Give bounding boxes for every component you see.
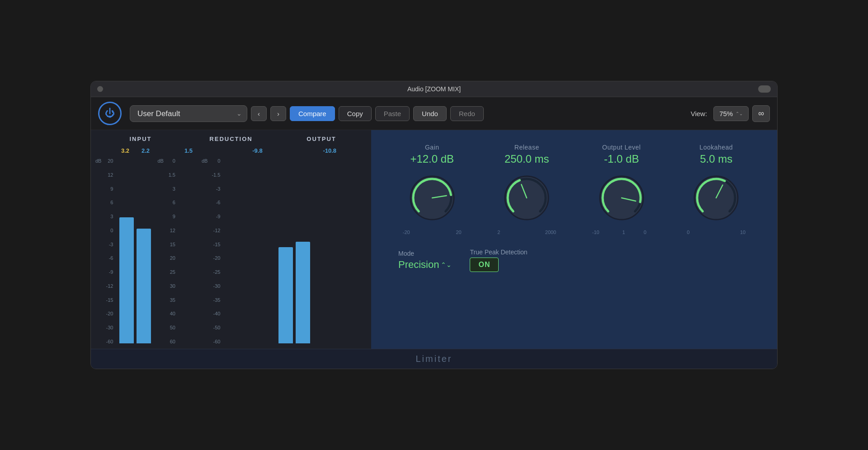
output-level-zero: 0: [644, 230, 646, 235]
release-knob-group: Release 250.0 ms 2 2000: [497, 144, 556, 235]
output-bars-section: -9.8 -10.8: [222, 145, 367, 344]
view-percent-chevron: ⌃⌄: [736, 111, 743, 116]
db-label-output: dB: [202, 158, 208, 164]
gain-max: 20: [456, 230, 462, 235]
input-scale: 20 12 9 6 3 0 -3 -6 -9 -12 -15 -20 -30 -…: [102, 145, 115, 344]
release-label: Release: [514, 144, 539, 151]
lookahead-range: 0 10: [687, 230, 745, 235]
mode-value-row[interactable]: Precision ⌃⌄: [398, 259, 452, 271]
lookahead-max: 10: [740, 230, 745, 235]
mode-label: Mode: [398, 250, 414, 257]
reduction-section: 1.5: [177, 145, 200, 344]
lookahead-label: Lookahead: [699, 144, 733, 151]
window-close-btn[interactable]: [97, 86, 103, 92]
power-button[interactable]: ⏻: [98, 102, 122, 125]
gain-knob[interactable]: [405, 171, 459, 225]
output-level-knob-group: Output Level -1.0 dB -10 1 0: [592, 144, 651, 235]
reduction-label: REDUCTION: [209, 136, 252, 142]
main-content: INPUT REDUCTION OUTPUT dB 20 12: [91, 130, 777, 349]
gain-min: -20: [403, 230, 410, 235]
undo-button[interactable]: Undo: [413, 106, 447, 121]
gain-label: Gain: [425, 144, 439, 151]
plugin-window: Audio [ZOOM MIX] ⏻ User Default ⌄ ‹ › Co…: [90, 81, 778, 369]
output-level-value: -1.0 dB: [604, 153, 639, 165]
input-bar-left: [119, 217, 134, 343]
link-icon: ∞: [758, 109, 764, 118]
redo-button[interactable]: Redo: [450, 106, 484, 121]
output-top-values: -9.8 -10.8: [222, 147, 367, 154]
knobs-row: Gain +12.0 dB -20 20 Release 250.0 ms: [389, 144, 759, 235]
view-label: View:: [691, 110, 707, 117]
title-bar: Audio [ZOOM MIX]: [91, 81, 777, 97]
lookahead-knob[interactable]: [689, 171, 743, 225]
lookahead-min: 0: [687, 230, 689, 235]
gain-range: -20 20: [403, 230, 462, 235]
reduction-top-value: 1.5: [177, 147, 200, 154]
output-level-label: Output Level: [602, 144, 641, 151]
db-label-reduction: dB: [157, 158, 163, 164]
release-min: 2: [497, 230, 500, 235]
output-level-knob[interactable]: [594, 171, 649, 225]
controls-bottom: Mode Precision ⌃⌄ True Peak Detection ON: [389, 248, 759, 272]
output-val1: -9.8: [252, 147, 262, 154]
input-bar-right: [137, 229, 151, 343]
input-val1: 3.2: [121, 147, 129, 154]
plugin-name: Limiter: [415, 354, 452, 364]
release-max: 2000: [545, 230, 556, 235]
output-level-max: 1: [623, 230, 625, 235]
mode-group: Mode Precision ⌃⌄: [398, 250, 452, 271]
mode-value: Precision: [398, 259, 439, 271]
toolbar: ⏻ User Default ⌄ ‹ › Compare Copy Paste …: [91, 97, 777, 130]
output-level-knob-canvas[interactable]: [594, 171, 649, 225]
output-bar-right: [296, 242, 310, 344]
view-percent-value: 75%: [719, 110, 733, 117]
input-top-values: 3.2 2.2: [115, 147, 156, 154]
output-val2: -10.8: [323, 147, 336, 154]
meters-panel: INPUT REDUCTION OUTPUT dB 20 12: [91, 130, 371, 349]
output-bar-left: [278, 247, 293, 343]
plugin-footer: Limiter: [91, 349, 777, 369]
output-level-min: -10: [592, 230, 599, 235]
gain-knob-canvas[interactable]: [405, 171, 459, 225]
release-value: 250.0 ms: [505, 153, 549, 165]
input-label: INPUT: [130, 136, 152, 142]
output-level-range: -10 1 0: [592, 230, 651, 235]
link-button[interactable]: ∞: [752, 105, 770, 122]
true-peak-group: True Peak Detection ON: [470, 248, 527, 272]
view-percent-control[interactable]: 75% ⌃⌄: [713, 106, 749, 121]
preset-select[interactable]: User Default: [130, 105, 247, 122]
back-button[interactable]: ‹: [251, 106, 267, 121]
compare-button[interactable]: Compare: [290, 106, 335, 121]
mode-chevron-icon: ⌃⌄: [441, 261, 452, 268]
output-bars: [222, 158, 367, 344]
preset-dropdown-wrap[interactable]: User Default ⌄: [130, 105, 247, 122]
copy-button[interactable]: Copy: [339, 106, 372, 121]
input-val2: 2.2: [142, 147, 150, 154]
controls-panel: Gain +12.0 dB -20 20 Release 250.0 ms: [371, 130, 777, 349]
window-toggle-btn[interactable]: [758, 85, 771, 93]
true-peak-label: True Peak Detection: [470, 248, 527, 256]
output-label: OUTPUT: [307, 136, 336, 142]
input-bars-section: 3.2 2.2: [115, 145, 156, 344]
release-knob[interactable]: [500, 171, 554, 225]
lookahead-knob-group: Lookahead 5.0 ms 0 10: [687, 144, 745, 235]
release-knob-canvas[interactable]: [500, 171, 554, 225]
power-icon: ⏻: [105, 108, 115, 118]
output-scale: 0 -1.5 -3 -6 -9 -12 -15 -20 -25 -30 -35 …: [208, 145, 222, 344]
reduction-val: 1.5: [184, 147, 193, 154]
reduction-scale: 0 1.5 3 6 9 12 15 20 25 30 35 40 50 60: [165, 145, 177, 344]
meters-area: dB 20 12 9 6 3 0 -3 -6 -9 -12 -15 -20 -3…: [95, 145, 367, 344]
gain-value: +12.0 dB: [410, 153, 454, 165]
lookahead-knob-canvas[interactable]: [689, 171, 743, 225]
lookahead-value: 5.0 ms: [700, 153, 732, 165]
true-peak-toggle[interactable]: ON: [470, 258, 499, 272]
db-label-input: dB: [95, 158, 101, 164]
forward-button[interactable]: ›: [270, 106, 286, 121]
window-title: Audio [ZOOM MIX]: [407, 85, 461, 93]
input-bars: [115, 158, 156, 344]
paste-button[interactable]: Paste: [375, 106, 410, 121]
release-range: 2 2000: [497, 230, 556, 235]
meter-headers: INPUT REDUCTION OUTPUT: [95, 135, 367, 143]
gain-knob-group: Gain +12.0 dB -20 20: [403, 144, 462, 235]
